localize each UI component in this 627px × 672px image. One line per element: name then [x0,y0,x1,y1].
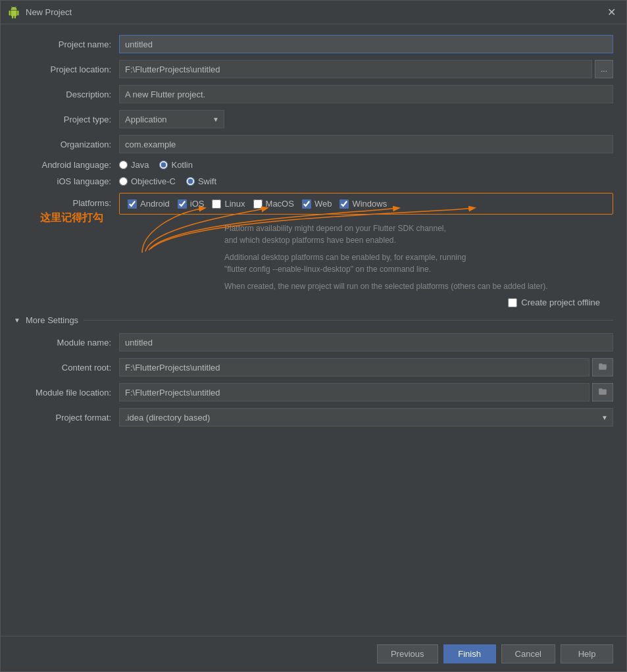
platform-ios-checkbox[interactable] [178,199,187,209]
project-format-select-wrapper: .idea (directory based) ▼ [119,408,613,426]
ios-language-group: Objective-C Swift [119,176,216,186]
platform-android-checkbox[interactable] [128,199,137,209]
platform-linux[interactable]: Linux [212,199,245,209]
android-kotlin-option[interactable]: Kotlin [159,160,193,170]
project-location-field: ... [119,60,613,78]
module-file-location-label: Module file location: [14,388,119,398]
collapse-arrow-icon: ▼ [14,317,20,324]
platform-web[interactable]: Web [302,199,332,209]
platform-macos-label: MacOS [266,199,294,209]
platform-ios[interactable]: iOS [178,199,205,209]
platforms-row: Platforms: Android iOS [14,193,613,220]
project-type-row: Project type: Application Plugin Package… [14,110,613,128]
platforms-checkboxes: Android iOS Linux MacOS [128,199,605,209]
dialog-content: Project name: Project location: ... Desc… [1,24,626,636]
module-name-input[interactable] [119,333,613,351]
platform-linux-checkbox[interactable] [212,199,221,209]
android-kotlin-label: Kotlin [171,160,193,170]
ios-language-row: iOS language: Objective-C Swift [14,176,613,186]
content-root-browse-button[interactable] [592,358,613,376]
platform-info: Platform availability might depend on yo… [119,222,613,292]
project-format-row: Project format: .idea (directory based) … [14,408,613,426]
close-button[interactable]: ✕ [603,5,620,20]
ios-swift-radio[interactable] [186,177,195,186]
project-format-select[interactable]: .idea (directory based) [119,408,613,426]
more-settings-header[interactable]: ▼ More Settings [14,315,613,325]
titlebar: New Project ✕ [1,1,626,24]
project-name-row: Project name: [14,35,613,53]
platform-web-label: Web [314,199,332,209]
module-name-label: Module name: [14,338,119,348]
description-input[interactable] [119,85,613,103]
description-label: Description: [14,90,119,99]
project-location-input[interactable] [119,60,592,78]
organization-input[interactable] [119,135,613,153]
ios-language-label: iOS language: [14,176,119,186]
platform-windows[interactable]: Windows [339,199,387,209]
project-type-label: Project type: [14,115,119,124]
project-location-browse-button[interactable]: ... [595,60,613,78]
dialog-title: New Project [26,7,72,17]
android-icon [7,6,20,19]
platform-ios-label: iOS [190,199,205,209]
content-root-label: Content root: [14,363,119,373]
info-line1: Platform availability might depend on yo… [224,222,613,246]
module-file-location-browse-button[interactable] [592,383,613,401]
description-row: Description: [14,85,613,103]
content-root-input[interactable] [119,358,589,376]
new-project-dialog: New Project ✕ Project name: Project loca… [0,0,627,672]
platforms-label: Platforms: [14,193,119,208]
project-format-label: Project format: [14,413,119,423]
platform-linux-label: Linux [224,199,245,209]
ios-objc-radio[interactable] [119,177,128,186]
more-settings-label: More Settings [26,315,78,325]
previous-button[interactable]: Previous [377,644,438,663]
module-file-location-input[interactable] [119,383,589,401]
ios-swift-option[interactable]: Swift [186,176,216,186]
module-name-row: Module name: [14,333,613,351]
finish-button[interactable]: Finish [443,644,496,663]
project-location-row: Project location: ... [14,60,613,78]
create-offline-checkbox[interactable] [508,298,517,307]
platform-macos[interactable]: MacOS [253,199,294,209]
cancel-button[interactable]: Cancel [501,644,555,663]
project-type-select[interactable]: Application Plugin Package Module [119,110,224,128]
organization-row: Organization: [14,135,613,153]
info-line3: When created, the new project will run o… [224,280,613,292]
platform-macos-checkbox[interactable] [253,199,263,209]
organization-label: Organization: [14,140,119,149]
platform-android[interactable]: Android [128,199,170,209]
ios-swift-label: Swift [198,176,216,186]
project-type-select-wrapper: Application Plugin Package Module ▼ [119,110,224,128]
ios-objc-option[interactable]: Objective-C [119,176,176,186]
android-java-label: Java [131,160,149,170]
android-language-group: Java Kotlin [119,160,193,170]
android-java-option[interactable]: Java [119,160,149,170]
android-language-label: Android language: [14,160,119,170]
content-root-row: Content root: [14,358,613,376]
create-offline-row: Create project offline [14,297,613,307]
titlebar-left: New Project [7,6,72,19]
platform-web-checkbox[interactable] [302,199,311,209]
info-line2: Additional desktop platforms can be enab… [224,251,613,275]
ios-objc-label: Objective-C [131,176,176,186]
project-name-label: Project name: [14,39,119,49]
module-file-location-field [119,383,613,401]
android-java-radio[interactable] [119,161,128,169]
android-language-row: Android language: Java Kotlin [14,160,613,170]
create-offline-label: Create project offline [521,297,600,307]
annotation-text: 这里记得打勾 [40,211,103,225]
more-settings-separator [84,320,613,321]
platform-android-label: Android [140,199,170,209]
platform-windows-label: Windows [352,199,387,209]
android-kotlin-radio[interactable] [159,161,168,169]
platform-windows-checkbox[interactable] [339,199,349,209]
content-root-field [119,358,613,376]
help-button[interactable]: Help [561,644,613,663]
project-name-input[interactable] [119,35,613,53]
platforms-section: Android iOS Linux MacOS [119,193,613,215]
project-location-label: Project location: [14,65,119,74]
dialog-footer: Previous Finish Cancel Help [1,636,626,671]
module-file-location-row: Module file location: [14,383,613,401]
